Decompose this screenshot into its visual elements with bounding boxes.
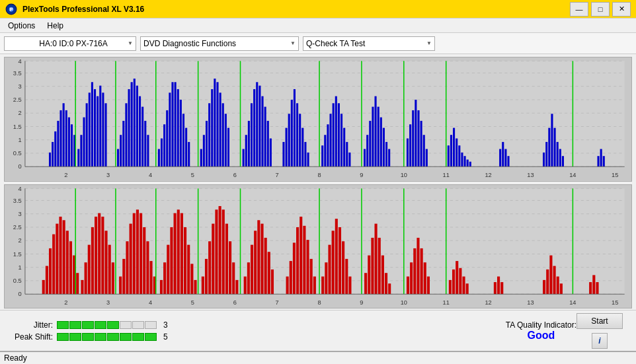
svg-text:9: 9 <box>360 299 363 306</box>
titlebar: P PlexTools Professional XL V3.16 — □ ✕ <box>0 0 636 18</box>
svg-text:0: 0 <box>19 163 22 170</box>
peak-shift-progress <box>57 333 157 341</box>
svg-rect-109 <box>264 107 266 167</box>
svg-rect-48 <box>71 124 73 166</box>
svg-rect-46 <box>65 110 67 166</box>
svg-rect-135 <box>364 149 366 167</box>
svg-rect-128 <box>335 96 337 167</box>
svg-rect-319 <box>427 276 430 294</box>
svg-rect-41 <box>52 142 54 166</box>
start-button[interactable]: Start <box>576 313 623 329</box>
peak-seg-5 <box>107 333 119 341</box>
menu-help[interactable]: Help <box>42 20 69 32</box>
svg-rect-165 <box>502 142 504 166</box>
svg-rect-69 <box>134 79 136 166</box>
svg-rect-308 <box>378 237 381 293</box>
svg-rect-328 <box>497 276 500 294</box>
main-content: 0 0.5 1 1.5 2 2.5 3 3.5 4 2 3 4 5 6 7 8 … <box>0 54 636 364</box>
svg-rect-329 <box>500 282 503 294</box>
svg-rect-86 <box>185 128 187 167</box>
svg-rect-281 <box>264 237 267 293</box>
svg-rect-327 <box>494 282 497 294</box>
peak-seg-3 <box>82 333 94 341</box>
app-title: PlexTools Professional XL V3.16 <box>22 5 144 14</box>
svg-rect-284 <box>286 276 289 294</box>
svg-rect-105 <box>253 89 255 166</box>
svg-rect-161 <box>464 156 466 166</box>
svg-rect-42 <box>54 131 56 166</box>
svg-rect-232 <box>95 216 97 293</box>
svg-text:3: 3 <box>19 83 22 90</box>
svg-rect-153 <box>426 149 428 167</box>
svg-rect-79 <box>166 110 168 166</box>
svg-rect-248 <box>149 261 152 294</box>
svg-rect-115 <box>291 100 293 166</box>
svg-rect-121 <box>307 153 309 166</box>
svg-rect-270 <box>225 223 228 294</box>
svg-rect-51 <box>77 149 79 167</box>
svg-rect-124 <box>324 135 326 166</box>
svg-text:5: 5 <box>191 299 194 306</box>
svg-rect-178 <box>600 149 602 167</box>
svg-rect-47 <box>68 118 70 167</box>
svg-rect-321 <box>449 279 452 293</box>
svg-text:14: 14 <box>569 171 576 178</box>
svg-rect-150 <box>417 110 419 166</box>
svg-rect-177 <box>597 156 599 166</box>
test-dropdown[interactable]: Q-Check TA Test ▼ <box>303 36 435 51</box>
svg-rect-52 <box>80 135 82 166</box>
svg-rect-71 <box>139 96 141 167</box>
function-dropdown[interactable]: DVD Diagnostic Functions ▼ <box>140 36 299 51</box>
jitter-row: Jitter: 3 <box>7 320 479 330</box>
menu-options[interactable]: Options <box>3 20 40 32</box>
svg-rect-89 <box>200 149 202 167</box>
peak-seg-7 <box>132 333 144 341</box>
svg-rect-269 <box>222 209 225 294</box>
svg-text:14: 14 <box>569 299 576 306</box>
close-button[interactable]: ✕ <box>612 2 631 17</box>
svg-rect-152 <box>423 135 425 166</box>
minimize-button[interactable]: — <box>570 2 588 17</box>
svg-rect-57 <box>94 89 96 166</box>
svg-rect-133 <box>348 153 350 166</box>
svg-rect-289 <box>303 225 305 293</box>
svg-rect-257 <box>180 213 183 294</box>
svg-rect-77 <box>161 139 163 167</box>
jitter-seg-4 <box>95 321 106 329</box>
svg-rect-142 <box>383 128 385 167</box>
svg-rect-275 <box>244 276 247 294</box>
svg-rect-99 <box>227 128 229 167</box>
svg-text:0.5: 0.5 <box>13 276 22 283</box>
maximize-button[interactable]: □ <box>591 2 610 17</box>
svg-rect-231 <box>91 227 94 293</box>
svg-rect-268 <box>219 205 221 293</box>
svg-rect-166 <box>504 149 506 167</box>
svg-rect-297 <box>332 231 335 294</box>
device-dropdown[interactable]: HA:0 ID:0 PX-716A ▼ <box>4 36 136 51</box>
svg-rect-330 <box>543 279 545 293</box>
svg-rect-169 <box>545 142 547 166</box>
svg-rect-55 <box>89 92 91 166</box>
svg-rect-298 <box>335 219 338 294</box>
device-label: HA:0 ID:0 PX-716A <box>39 39 107 48</box>
svg-rect-147 <box>409 124 411 166</box>
ta-quality-label: TA Quality Indicator: <box>506 320 576 330</box>
svg-rect-94 <box>214 79 216 166</box>
svg-rect-56 <box>91 82 93 166</box>
svg-text:5: 5 <box>191 171 194 178</box>
svg-rect-164 <box>499 149 501 167</box>
svg-rect-259 <box>187 244 190 294</box>
jitter-seg-2 <box>69 321 81 329</box>
svg-rect-83 <box>177 89 179 166</box>
svg-rect-90 <box>203 135 205 166</box>
svg-rect-264 <box>205 258 208 293</box>
svg-rect-143 <box>385 142 387 166</box>
svg-rect-132 <box>346 142 348 166</box>
svg-rect-244 <box>136 209 139 294</box>
info-button[interactable]: i <box>592 333 608 349</box>
svg-rect-107 <box>258 86 260 167</box>
svg-rect-224 <box>69 241 72 294</box>
svg-text:2.5: 2.5 <box>13 223 22 230</box>
svg-rect-60 <box>102 92 104 166</box>
svg-rect-175 <box>562 156 564 166</box>
